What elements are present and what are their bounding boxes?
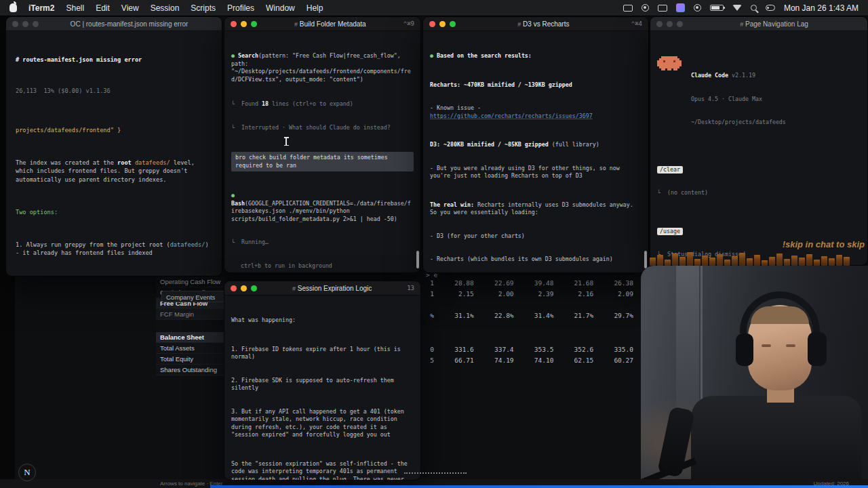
menu-item[interactable]: Profiles xyxy=(227,3,254,13)
display-icon[interactable] xyxy=(658,5,667,12)
zoom-button[interactable] xyxy=(33,21,39,27)
titlebar[interactable]: # Page Navigation Lag xyxy=(650,17,867,31)
titlebar[interactable]: # D3 vs Recharts ⌃⌘4 xyxy=(423,17,648,31)
code-line: projects/datafeeds/frontend" } xyxy=(16,126,212,134)
zoom-button[interactable] xyxy=(251,285,257,291)
issue-link[interactable]: https://github.com/recharts/recharts/iss… xyxy=(430,113,593,119)
table-cell: 353.5 xyxy=(514,346,554,353)
usage-command-chip[interactable]: /usage xyxy=(657,228,683,236)
numbered-item: 2. Firebase SDK is supposed to auto-refr… xyxy=(231,377,414,392)
table-cell: 74.10 xyxy=(514,357,554,364)
window-page-navigation-lag[interactable]: # Page Navigation Lag Claude Code v2.1.1… xyxy=(650,16,868,266)
titlebar[interactable]: # Build Folder Metadata ⌃⌘9 xyxy=(224,17,420,31)
menu-item[interactable]: Help xyxy=(307,3,323,13)
table-row[interactable]: Operating Cash Flow xyxy=(156,277,225,287)
table-values-row: 12.152.002.392.162.09 xyxy=(425,290,633,298)
table-cell: 66.71 xyxy=(434,357,474,364)
visualizer-bar xyxy=(836,255,842,266)
app-version: v2.1.19 xyxy=(728,72,755,79)
control-center-icon[interactable] xyxy=(766,5,775,11)
menu-item-app[interactable]: iTerm2 xyxy=(28,3,54,13)
window-session-expiration-logic[interactable]: # Session Expiration Logic 13 What was h… xyxy=(224,281,421,481)
traffic-lights[interactable] xyxy=(12,21,39,27)
menu-item[interactable]: Session xyxy=(151,3,180,13)
window-routes-manifest-error[interactable]: OC | routes-manifest.json missing error … xyxy=(5,16,222,277)
traffic-lights[interactable] xyxy=(231,21,257,27)
menu-item[interactable]: Window xyxy=(266,3,295,13)
search-icon[interactable] xyxy=(751,5,757,11)
menu-item[interactable]: Shell xyxy=(66,3,84,13)
zoom-button[interactable] xyxy=(251,21,257,27)
table-row[interactable]: Shares Outstanding xyxy=(156,365,225,375)
visualizer-bar xyxy=(762,260,768,266)
usage-meta: 26,113 13% ($0.00) v1.1.36 xyxy=(16,87,212,95)
vertical-scrollbar[interactable] xyxy=(644,251,647,268)
record-icon[interactable] xyxy=(642,4,649,12)
notion-logo-button[interactable]: N xyxy=(18,464,36,481)
wifi-icon[interactable] xyxy=(732,5,742,11)
minimize-button[interactable] xyxy=(22,21,28,27)
list-item: - Recharts (which bundles its own D3 sub… xyxy=(430,256,642,264)
menu-item[interactable]: View xyxy=(121,3,139,13)
table-row[interactable]: Total Equity xyxy=(156,354,225,365)
table-cell: 2.16 xyxy=(553,290,593,298)
option-1: 1. Always run greppy from the project ro… xyxy=(16,241,212,257)
explanation-paragraph: The index was created at the root datafe… xyxy=(16,159,212,184)
window-build-folder-metadata[interactable]: # Build Folder Metadata ⌃⌘9 ● Search(pat… xyxy=(224,16,421,273)
close-button[interactable] xyxy=(656,21,663,27)
visualizer-bar xyxy=(657,255,663,266)
vertical-scrollbar[interactable] xyxy=(416,251,419,268)
visualizer-bar xyxy=(709,258,715,266)
camera-icon[interactable] xyxy=(694,4,701,12)
traffic-lights[interactable] xyxy=(231,285,257,291)
table-values-row: 0331.6337.4353.5352.6335.0 xyxy=(425,346,633,353)
table-values-row: %31.1%22.8%31.4%21.7%29.7% xyxy=(425,312,633,319)
tool-name: Bash xyxy=(231,200,245,207)
window-d3-vs-recharts[interactable]: # D3 vs Recharts ⌃⌘4 ● Based on the sear… xyxy=(422,16,649,273)
raycast-icon[interactable] xyxy=(676,3,685,12)
zoom-button[interactable] xyxy=(450,21,456,27)
menu-item[interactable]: Edit xyxy=(96,3,110,13)
close-button[interactable] xyxy=(12,21,18,27)
visualizer-bar xyxy=(665,260,671,266)
battery-icon[interactable] xyxy=(710,5,724,11)
close-button[interactable] xyxy=(231,21,237,27)
minimize-button[interactable] xyxy=(667,21,673,27)
minimize-button[interactable] xyxy=(241,21,247,27)
menu-status-icons: Mon Jan 26 1:43 AM xyxy=(623,3,859,13)
text: (full library) xyxy=(549,141,599,148)
close-button[interactable] xyxy=(231,285,237,291)
clear-command-chip[interactable]: /clear xyxy=(657,166,683,174)
claude-code-logo xyxy=(657,56,684,73)
titlebar[interactable]: # Session Expiration Logic 13 xyxy=(224,281,420,296)
tool-bullet-icon: ● xyxy=(231,52,238,59)
visualizer-bar xyxy=(799,258,805,266)
table-row[interactable]: Total Assets xyxy=(156,343,225,354)
menu-left: iTerm2 Shell Edit View Session Scripts P… xyxy=(9,3,323,13)
zoom-button[interactable] xyxy=(677,21,683,27)
screen-mirroring-icon[interactable] xyxy=(623,5,633,12)
close-button[interactable] xyxy=(429,21,435,27)
visualizer-bar xyxy=(784,259,790,266)
apple-menu-icon[interactable] xyxy=(9,3,17,12)
table-row[interactable]: FCF Margin xyxy=(156,309,225,320)
minimize-button[interactable] xyxy=(241,285,247,291)
visualizer-bar xyxy=(829,258,835,266)
visualizer-bar xyxy=(769,257,775,266)
terminal-content: # routes-manifest.json missing error 26,… xyxy=(6,31,222,277)
table-row-spacer xyxy=(156,320,225,332)
minimize-button[interactable] xyxy=(439,21,446,27)
table-section-header[interactable]: Balance Sheet xyxy=(156,332,225,343)
window-badge: 13 xyxy=(407,285,414,291)
visualizer-bar xyxy=(747,258,753,266)
sidebar-item-company-events[interactable]: Company Events xyxy=(161,291,225,302)
menu-bar-clock[interactable]: Mon Jan 26 1:43 AM xyxy=(784,3,859,13)
traffic-lights[interactable] xyxy=(656,21,683,27)
numbered-item: 1. Firebase ID tokens expire after 1 hou… xyxy=(231,346,414,361)
titlebar[interactable]: OC | routes-manifest.json missing error xyxy=(6,17,222,31)
horizontal-scrollbar[interactable] xyxy=(404,472,467,474)
text: lines (ctrl+o to expand) xyxy=(269,100,353,107)
tool-result[interactable]: └ Found 18 lines (ctrl+o to expand) xyxy=(231,100,414,108)
menu-item[interactable]: Scripts xyxy=(191,3,216,13)
traffic-lights[interactable] xyxy=(429,21,456,27)
